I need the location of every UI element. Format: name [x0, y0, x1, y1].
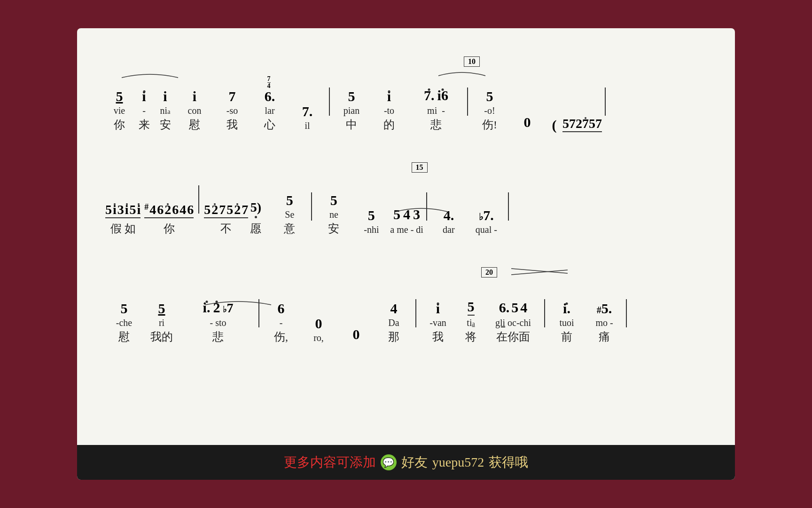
lyric-cn-bei: 悲 — [430, 117, 442, 132]
lyric-cn-xin: 心 — [264, 117, 275, 132]
lyric-it-van: -van — [429, 318, 446, 328]
note-i-s3: i. — [203, 300, 211, 316]
lyric-cn-wode: 我的 — [150, 329, 173, 344]
note-5-2: 5 — [348, 89, 355, 103]
slur-i2b7: i. 2 ♭7 — [203, 300, 234, 316]
group-543: 5 4 3 a me - di — [390, 206, 423, 236]
lyric-cn-ni: 你 — [114, 117, 125, 132]
lyric-it-sto: - sto — [210, 318, 226, 328]
measure-15-container: 15 — [327, 162, 512, 173]
note-7-dot: 7. — [302, 104, 313, 119]
bar-line-s3c — [544, 299, 545, 327]
lyric-it-tuoi: tuoi — [559, 318, 574, 328]
note-6-s3: 6 — [278, 302, 285, 316]
note-col-654: 6. 5 4 gli oc-chi 在你面 — [485, 283, 541, 344]
n2-s-dot: 2 — [211, 202, 218, 217]
lyric-it-vie: vie — [114, 105, 125, 116]
n5-close: 5) — [250, 200, 261, 215]
lyric-cn-shang: 伤! — [482, 117, 497, 132]
lyric-it-tia: tia — [467, 318, 475, 328]
note-sharp5-dot: #5. — [597, 302, 612, 316]
note-0b-s3: 0 — [353, 327, 360, 341]
note-5-m15c: 5 — [368, 208, 375, 222]
bar-line — [329, 87, 330, 116]
group-527527: 5 2 7 5 2 7 不 — [204, 202, 248, 236]
group-sharp462646: # 4 6 2 6 4 6 你 — [144, 202, 194, 236]
n7-s: 7 — [219, 202, 226, 217]
lyric-it-nia: nia — [160, 105, 171, 116]
group-513151: 5 i 3 i 5 i — [105, 202, 141, 236]
n4-2: 4 — [180, 202, 186, 217]
note-col-6-s3: 6 - 伤, — [262, 285, 300, 344]
section-3: 20 5 -che 慰 5 ri — [105, 257, 707, 351]
note-idot-s3: i. — [563, 302, 570, 316]
note-4-dot-s2: 4. — [444, 208, 454, 222]
lyric-cn-na-s3: 那 — [388, 329, 399, 344]
n2-s2-dot: 2 — [234, 202, 241, 217]
lyric-cn-de: 的 — [383, 117, 395, 132]
bar-line-2 — [467, 87, 468, 116]
lyric-cn-an: 安 — [328, 221, 339, 236]
lyric-cn-qian-s3: 前 — [561, 329, 572, 344]
right-section-2: 15 5 Se 意 5 — [271, 162, 512, 236]
lyric-it-nhi: -nhi — [364, 224, 379, 235]
lyric-cn-wo: 我 — [226, 117, 238, 132]
bar-line-s3b — [415, 299, 416, 327]
lyric-it-to: -to — [384, 105, 394, 116]
bar-line-3 — [605, 87, 606, 116]
note-col: 5 -o! 伤! — [471, 72, 508, 132]
footer-text-prefix: 更多内容可添加 — [284, 453, 376, 471]
section-1: 10 5 vie 你 — [105, 47, 707, 139]
lyric-it-dar: dar — [443, 224, 455, 235]
measure-number-20: 20 — [481, 267, 497, 278]
n6-654: 6. — [499, 300, 510, 316]
note-5-s3: 5 — [121, 302, 128, 316]
note-4-s3: 4 — [390, 302, 398, 316]
grouped-notes: 5 7 2 7 5 7 — [562, 116, 602, 132]
note-i-6: i6 — [437, 87, 448, 103]
measure-number-15: 15 — [412, 162, 428, 173]
note-col-0a-s3: 0 ro, — [300, 300, 337, 344]
n3: 3 — [117, 202, 124, 217]
lyric-cn-an: 安 — [160, 117, 171, 132]
note-i-dot: i — [142, 89, 146, 103]
ni2: i — [125, 202, 129, 217]
note-7-dot-g: 7 — [582, 116, 589, 131]
lyric-it-dash: - — [280, 318, 283, 328]
footer-text-contact: 好友 — [401, 453, 428, 471]
bar-line-s2b — [311, 192, 312, 221]
note-col: i - 来 — [133, 72, 155, 132]
measure-20-row: 20 — [481, 266, 707, 278]
staccato-dot — [255, 216, 257, 218]
fraction-7-4: 7 4 — [267, 76, 271, 89]
measure-15-notes: 5 Se 意 5 ne 安 — [271, 176, 512, 236]
lyric-it-qual: qual - — [476, 224, 497, 235]
decrescendo-mark — [511, 266, 568, 278]
lyric-it-da: Da — [388, 318, 399, 328]
note-col-4-s3: 4 Da 那 — [375, 285, 413, 344]
music-content: 10 5 vie 你 — [77, 28, 735, 445]
note-group-7i6: 7. i6 — [424, 87, 448, 103]
underline-group: 5 7 2 7 5 7 — [562, 116, 602, 132]
note-i-s3b: i — [436, 302, 440, 316]
note-col-s2c: 5 -nhi — [352, 191, 390, 236]
note-col-s2: 5 Se 意 — [271, 176, 308, 236]
lyric-cn-yuan: 愿 — [250, 221, 261, 236]
lyric-it-ro: ro, — [313, 333, 324, 343]
note-7-dot2: 7. — [424, 87, 435, 103]
note-2-s3: 2 — [213, 300, 220, 316]
note-5-close: 5) 愿 — [250, 200, 261, 236]
lyric-it-dash-ni: - — [142, 105, 146, 116]
note-col-slur: 7. i6 mi - 悲 — [408, 71, 464, 132]
lyric-it-a-me-di: a me - di — [390, 224, 423, 235]
note-col: 5 vie 你 — [105, 72, 133, 132]
note-col-b7dot: ♭7. qual - — [468, 191, 505, 236]
note-5-s3b: 5 — [158, 302, 165, 316]
note-5-m15b: 5 — [330, 193, 337, 207]
sharp-sign: # — [144, 202, 148, 217]
paren-open: ( — [552, 118, 557, 132]
underline-group-3: # 4 6 2 6 4 6 — [144, 202, 194, 218]
footer-username: yuepu572 — [432, 455, 484, 470]
note-col: 0 — [508, 98, 546, 132]
screen: 10 5 vie 你 — [77, 28, 735, 480]
